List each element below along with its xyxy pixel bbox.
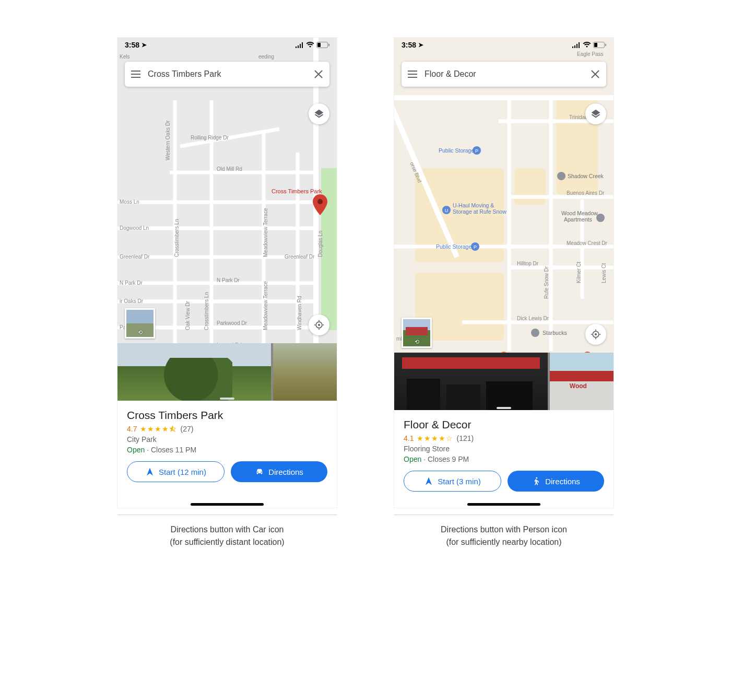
menu-icon[interactable] <box>408 71 417 78</box>
svg-text:Crosstimbers Ln: Crosstimbers Ln <box>204 292 209 330</box>
drag-handle[interactable] <box>220 398 234 400</box>
drag-handle[interactable] <box>497 407 511 409</box>
svg-text:Rolling Ridge Dr: Rolling Ridge Dr <box>191 135 229 141</box>
street-view-thumb[interactable]: ⟲ <box>402 318 432 348</box>
svg-text:P: P <box>474 244 477 250</box>
poi-public-storage-1[interactable]: P Public Storage <box>439 146 481 155</box>
recenter-button[interactable] <box>309 314 329 335</box>
status-icons <box>572 42 606 48</box>
start-button[interactable]: Start (3 min) <box>404 471 501 492</box>
place-photo-1[interactable] <box>117 343 271 401</box>
svg-text:Douglas Ln: Douglas Ln <box>317 230 323 257</box>
layers-button[interactable] <box>309 103 329 124</box>
battery-icon <box>316 42 329 48</box>
svg-rect-91 <box>605 44 606 46</box>
rating-stars: ★★★★⯪ <box>140 425 177 433</box>
photo-strip[interactable] <box>117 343 337 401</box>
place-title: Cross Timbers Park <box>127 409 327 422</box>
svg-text:Western Oaks Dr: Western Oaks Dr <box>165 120 171 160</box>
svg-text:eeding: eeding <box>258 54 274 60</box>
street-view-thumb[interactable]: ⟲ <box>125 308 155 339</box>
navigation-icon <box>145 467 155 476</box>
phone-left: Moss Ln Dogwood Ln Greenleaf Dr N Park D… <box>117 38 337 508</box>
caption-line-2: (for sufficiently nearby location) <box>394 536 614 549</box>
layers-button[interactable] <box>585 103 606 124</box>
place-title: Floor & Decor <box>404 418 604 431</box>
svg-point-83 <box>531 329 539 337</box>
svg-point-43 <box>318 324 320 326</box>
svg-text:P: P <box>475 148 478 154</box>
svg-text:Public Storage: Public Storage <box>439 147 474 154</box>
place-type: City Park <box>127 435 327 444</box>
closing-time: Closes 9 PM <box>428 455 469 463</box>
directions-button[interactable]: Directions <box>231 461 327 482</box>
review-count: (27) <box>180 425 193 433</box>
svg-text:Starbucks: Starbucks <box>543 330 567 336</box>
phone-right: Eagle Pass Trinidad Dr Buenos Aires Dr M… <box>394 38 614 508</box>
caption-right: Directions button with Person icon (for … <box>394 515 614 549</box>
svg-text:Public Storage: Public Storage <box>436 243 471 250</box>
directions-button-label: Directions <box>545 477 580 486</box>
search-query-text[interactable]: Floor & Decor <box>425 69 583 79</box>
poi-starbucks[interactable]: Starbucks <box>531 329 567 337</box>
cellular-icon <box>295 42 304 48</box>
rating-value: 4.1 <box>404 434 414 442</box>
start-button-label: Start (12 min) <box>159 468 206 476</box>
status-icons <box>295 42 329 48</box>
svg-text:Lewis Ct: Lewis Ct <box>601 263 607 283</box>
clear-search-icon[interactable] <box>314 69 323 79</box>
status-bar: 3:58 ➤ <box>394 38 614 52</box>
open-status: Open <box>127 446 145 454</box>
start-button[interactable]: Start (12 min) <box>127 461 225 482</box>
place-info-card[interactable]: Cross Timbers Park 4.7 ★★★★⯪ (27) City P… <box>117 401 337 508</box>
svg-text:Buenos Aires Dr: Buenos Aires Dr <box>567 190 605 196</box>
directions-button[interactable]: Directions <box>508 471 604 492</box>
recenter-button[interactable] <box>585 324 606 345</box>
svg-point-94 <box>536 477 537 479</box>
svg-text:Cross Timbers Park: Cross Timbers Park <box>272 188 322 194</box>
svg-point-38 <box>317 199 323 204</box>
rating-stars: ★★★★☆ <box>417 434 453 442</box>
svg-rect-40 <box>317 43 321 47</box>
review-count: (121) <box>456 434 474 442</box>
svg-text:Hilltop Dr: Hilltop Dr <box>517 261 539 266</box>
search-query-text[interactable]: Cross Timbers Park <box>148 69 306 79</box>
rotate-icon: ⟲ <box>138 329 143 336</box>
svg-text:Kilmer Ct: Kilmer Ct <box>576 262 582 283</box>
svg-text:Parkwood Dr: Parkwood Dr <box>217 320 247 326</box>
poi-shadow-creek[interactable]: Shadow Creek <box>557 172 604 180</box>
rotate-icon: ⟲ <box>415 339 419 345</box>
poi-public-storage-2[interactable]: P Public Storage <box>436 242 479 251</box>
svg-rect-90 <box>594 43 597 47</box>
home-indicator[interactable] <box>191 503 264 506</box>
svg-text:Moss Ln: Moss Ln <box>120 199 139 205</box>
search-bar[interactable]: Floor & Decor <box>402 62 606 87</box>
svg-point-79 <box>557 172 565 180</box>
crosshair-icon <box>591 329 601 340</box>
search-bar[interactable]: Cross Timbers Park <box>125 62 329 87</box>
svg-text:Dogwood Ln: Dogwood Ln <box>120 225 149 231</box>
svg-text:Shadow Creek: Shadow Creek <box>568 173 604 179</box>
start-button-label: Start (3 min) <box>438 477 481 486</box>
place-type: Flooring Store <box>404 445 604 453</box>
cellular-icon <box>572 42 581 48</box>
clear-search-icon[interactable] <box>591 69 600 79</box>
svg-text:Meadowview Terrace: Meadowview Terrace <box>263 281 268 330</box>
place-photo-2[interactable]: Wood <box>550 353 614 410</box>
place-info-card[interactable]: Floor & Decor 4.1 ★★★★☆ (121) Flooring S… <box>394 410 614 508</box>
menu-icon[interactable] <box>131 71 140 78</box>
place-photo-1[interactable] <box>394 353 548 410</box>
home-indicator[interactable] <box>467 503 540 506</box>
svg-text:Rufe Snow Dr: Rufe Snow Dr <box>544 266 549 299</box>
place-photo-2[interactable] <box>273 343 337 401</box>
rating-row: 4.1 ★★★★☆ (121) <box>404 434 604 442</box>
svg-text:Meadow Crest Dr: Meadow Crest Dr <box>567 240 607 246</box>
location-services-icon: ➤ <box>418 41 423 49</box>
car-icon <box>255 467 264 476</box>
photo-strip[interactable]: Wood <box>394 353 614 410</box>
navigation-icon <box>424 476 433 486</box>
svg-text:U: U <box>445 208 449 213</box>
svg-text:Meadowview Terrace: Meadowview Terrace <box>263 208 268 257</box>
status-bar: 3:58 ➤ <box>117 38 337 52</box>
caption-left: Directions button with Car icon (for suf… <box>117 515 337 549</box>
